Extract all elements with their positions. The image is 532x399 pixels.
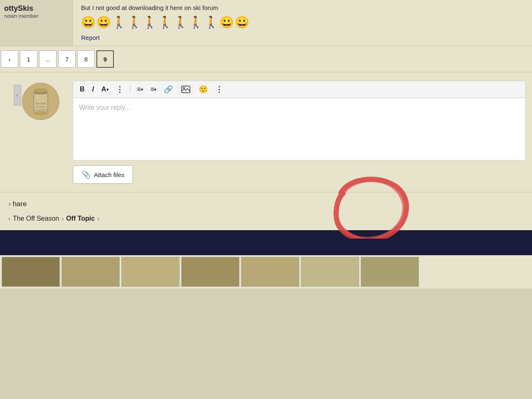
link-button[interactable]: 🔗 [161,84,175,95]
reply-avatar-area: ‹ Ica Club PILSENER LAGER BEER [0,81,73,184]
breadcrumb-arrow-0: › [8,215,10,222]
svg-point-7 [34,111,48,115]
post-content: But I not good at downloading it here on… [73,0,532,46]
thumbnail-7[interactable] [361,257,419,287]
editor-placeholder: Write your reply... [79,104,131,111]
page-8[interactable]: 8 [77,50,95,68]
font-caret-icon: ▾ [106,87,108,92]
post-text: But I not good at downloading it here on… [81,4,524,11]
font-button[interactable]: A ▾ [99,84,111,94]
page-prev[interactable]: ‹ [1,50,18,68]
breadcrumb-arrow-1: › [62,215,64,222]
footer-thumbnails [0,255,532,288]
collapse-button[interactable]: ‹ [14,85,21,106]
share-label: › hare [8,200,524,208]
align-button[interactable]: ≡ ▾ [148,84,159,94]
bold-button[interactable]: B [77,84,87,94]
thumbnail-2[interactable] [62,257,120,287]
page-9[interactable]: 9 [96,50,114,68]
thumbnail-1[interactable] [2,257,60,287]
post-emojis: 😀😀🚶🚶🚶🚶🚶🚶🚶😀😀 [81,15,524,29]
post-author-sidebar: ottySkis nown member [0,0,73,46]
svg-rect-8 [182,86,190,93]
breadcrumb-arrow-2: › [97,215,99,222]
image-button[interactable] [178,84,194,95]
align-caret-icon: ▾ [154,87,156,92]
reply-text-area[interactable]: Write your reply... [73,98,526,160]
editor-toolbar: B I A ▾ ⋮ ≡ ▾ ≡ ▾ 🔗 [73,81,526,98]
attach-files-button[interactable]: 📎 Attach files [73,165,133,184]
svg-text:PILSENER: PILSENER [36,106,46,108]
reply-section: ‹ Ica Club PILSENER LAGER BEER [0,72,532,192]
breadcrumb-off-topic: Off Topic [66,215,95,222]
reply-editor: B I A ▾ ⋮ ≡ ▾ ≡ ▾ 🔗 [73,81,532,184]
page-1[interactable]: 1 [20,50,37,68]
svg-point-6 [34,88,48,92]
toolbar-separator [130,85,131,94]
avatar: Ica Club PILSENER LAGER BEER [22,83,59,120]
user-role: nown member [4,13,68,19]
share-breadcrumb-section: › hare › The Off Season › Off Topic › [0,192,532,230]
svg-text:Ica Club: Ica Club [36,102,46,105]
svg-point-9 [183,87,185,89]
footer-bar [0,230,532,255]
italic-button[interactable]: I [90,84,96,94]
more-button[interactable]: ⋮ [213,84,225,95]
thumbnail-3[interactable] [121,257,180,287]
page-7[interactable]: 7 [58,50,76,68]
breadcrumb: › The Off Season › Off Topic › [8,215,524,222]
svg-text:LAGER BEER: LAGER BEER [34,109,47,111]
list-button[interactable]: ≡ ▾ [135,84,145,94]
thumbnail-5[interactable] [241,257,299,287]
page-dots: ... [39,50,57,68]
reply-area: ‹ Ica Club PILSENER LAGER BEER [0,72,532,192]
pagination: ‹ 1 ... 7 8 9 [0,46,532,72]
attach-icon: 📎 [81,170,91,179]
report-link[interactable]: Report [81,34,100,41]
more-inline-button[interactable]: ⋮ [113,84,126,95]
list-caret-icon: ▾ [141,87,143,92]
thumbnail-6[interactable] [301,257,359,287]
username: ottySkis [4,4,68,13]
post-section: ottySkis nown member But I not good at d… [0,0,532,46]
thumbnail-4[interactable] [181,257,239,287]
breadcrumb-the-off-season[interactable]: The Off Season [13,215,59,222]
emoji-button[interactable]: 🙂 [196,84,210,95]
